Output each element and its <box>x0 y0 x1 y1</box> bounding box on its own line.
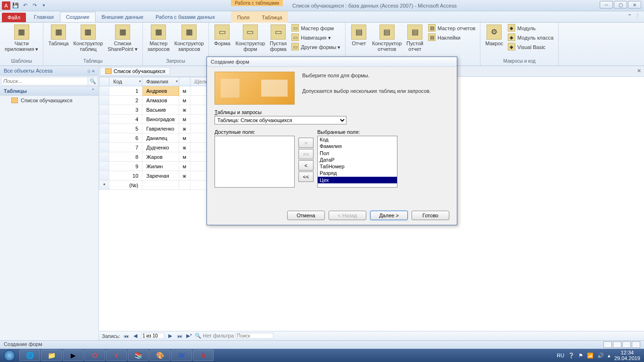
visual-basic-button[interactable]: ◆Visual Basic <box>506 42 555 52</box>
col-fam[interactable]: Фамилия▾ <box>142 77 179 86</box>
field-item[interactable]: Код <box>318 136 397 143</box>
taskbar-access[interactable]: A <box>193 350 214 361</box>
remove-all-button[interactable]: << <box>298 172 314 182</box>
col-dropdown-icon[interactable]: ▾ <box>176 79 178 83</box>
taskbar-yandex[interactable]: Y <box>106 350 127 361</box>
query-wizard-button[interactable]: ▦Мастер запросов <box>146 24 172 53</box>
field-item[interactable]: ДатаР <box>318 156 397 163</box>
recnav-new[interactable]: ▶* <box>185 333 193 339</box>
module-button[interactable]: ◆Модуль <box>506 24 555 33</box>
nav-item-table[interactable]: Список обучающихся <box>0 96 99 105</box>
tab-external[interactable]: Внешние данные <box>96 12 149 22</box>
recnav-next[interactable]: ▶ <box>166 333 174 339</box>
tab-file[interactable]: Файл <box>2 13 26 22</box>
navigation-button[interactable]: ▭Навигация ▾ <box>289 33 342 42</box>
remove-field-button[interactable]: < <box>298 160 314 171</box>
view-form-button[interactable] <box>632 341 640 348</box>
tab-create[interactable]: Создание <box>60 12 96 22</box>
available-fields-list[interactable] <box>215 136 295 188</box>
report-button[interactable]: ▤Отчет <box>348 24 369 47</box>
report-wizard-button[interactable]: ▤Мастер отчетов <box>426 24 477 33</box>
table-design-button[interactable]: ▦Конструктор таблиц <box>72 24 105 53</box>
maximize-button[interactable]: ▢ <box>614 1 627 8</box>
form-button[interactable]: ▭Форма <box>212 24 232 47</box>
field-item[interactable]: Разряд <box>318 170 397 176</box>
minimize-ribbon-icon[interactable]: ⌃ <box>627 13 632 19</box>
row-selector-header[interactable] <box>99 77 109 86</box>
sharepoint-lists-button[interactable]: ▦Списки SharePoint ▾ <box>106 24 139 53</box>
app-parts-button[interactable]: ▦Части приложения ▾ <box>3 24 40 53</box>
tab-database[interactable]: Работа с базами данных <box>149 12 221 22</box>
taskbar-paint[interactable]: 🎨 <box>149 350 170 361</box>
nav-group-tables[interactable]: Таблицы⌃ <box>0 86 99 96</box>
tray-volume-icon[interactable]: 🔊 <box>597 353 604 359</box>
col-partial[interactable] <box>179 77 190 86</box>
recnav-filter[interactable]: 🔍 Нет фильтра <box>195 333 234 339</box>
next-button[interactable]: Далее > <box>370 211 408 220</box>
table-button[interactable]: ▦Таблица <box>46 24 70 47</box>
blank-form-button[interactable]: ▭Пустая форма <box>268 24 289 53</box>
nav-dropdown-icon[interactable]: ☉ <box>87 69 91 74</box>
more-forms-button[interactable]: ▭Другие формы ▾ <box>289 42 342 52</box>
tab-home[interactable]: Главная <box>28 12 60 22</box>
field-item[interactable]: Цех <box>318 177 397 183</box>
recnav-search[interactable] <box>236 333 273 339</box>
recnav-first[interactable]: ⏮ <box>122 333 130 339</box>
redo-icon[interactable]: ↷ <box>30 1 39 10</box>
recnav-position[interactable] <box>141 333 165 339</box>
recnav-prev[interactable]: ◀ <box>132 333 139 339</box>
view-design-button[interactable] <box>613 341 621 348</box>
view-layout-button[interactable] <box>622 341 631 348</box>
taskbar-explorer[interactable]: 📁 <box>41 350 62 361</box>
view-datasheet-button[interactable] <box>603 341 612 348</box>
tray-flag-icon[interactable]: ⚑ <box>578 353 583 359</box>
taskbar-word[interactable]: W <box>171 350 192 361</box>
query-design-button[interactable]: ▦Конструктор запросов <box>173 24 206 53</box>
finish-button[interactable]: Готово <box>412 211 449 220</box>
taskbar-media[interactable]: ▶ <box>63 350 83 361</box>
close-button[interactable]: ✕ <box>628 1 641 8</box>
taskbar-ie[interactable]: 🌐 <box>19 350 40 361</box>
tray-up-icon[interactable]: ▴ <box>608 353 611 359</box>
tray-help-icon[interactable]: ❔ <box>568 353 575 359</box>
form-wizard-button[interactable]: ▭Мастер форм <box>289 24 342 33</box>
add-all-button[interactable]: >> <box>298 149 314 159</box>
recnav-last[interactable]: ⏭ <box>176 333 183 339</box>
back-button[interactable]: < Назад <box>329 211 366 220</box>
add-field-button[interactable]: > <box>298 138 314 148</box>
tray-network-icon[interactable]: 📶 <box>587 353 594 359</box>
field-item[interactable]: Пол <box>318 150 397 156</box>
nav-search-input[interactable] <box>1 77 88 85</box>
tables-queries-combo[interactable]: Таблица: Список обучающихся <box>215 116 347 124</box>
labels-button[interactable]: ▤Наклейки <box>426 33 477 42</box>
report-design-button[interactable]: ▤Конструктор отчетов <box>370 24 404 53</box>
table-design-icon: ▦ <box>81 25 96 40</box>
tray-lang[interactable]: RU <box>557 353 564 358</box>
cancel-button[interactable]: Отмена <box>287 211 325 220</box>
macro-button[interactable]: ⚙Макрос <box>483 24 505 47</box>
nav-collapse-icon[interactable]: « <box>92 68 95 74</box>
qat-dropdown-icon[interactable]: ▼ <box>40 1 48 10</box>
class-module-button[interactable]: ◆Модуль класса <box>506 33 555 42</box>
save-icon[interactable]: 💾 <box>11 1 20 10</box>
col-kod[interactable]: Код▾ <box>109 77 142 86</box>
selected-fields-list[interactable]: КодФамилияПолДатаРТабНомерРазрядЦех <box>317 136 397 188</box>
minimize-button[interactable]: ─ <box>600 1 613 8</box>
col-dropdown-icon[interactable]: ▾ <box>139 79 141 83</box>
object-tab[interactable]: Список обучающихся <box>100 67 170 75</box>
close-object-icon[interactable]: ✕ <box>637 68 641 74</box>
form-design-button[interactable]: ▭Конструктор форм <box>233 24 267 53</box>
start-button[interactable] <box>0 349 19 362</box>
tray-clock[interactable]: 12:3429.04.2019 <box>614 350 640 361</box>
taskbar-opera[interactable]: O <box>84 350 105 361</box>
tab-table[interactable]: Таблица <box>256 12 288 23</box>
help-icon[interactable]: ❔ <box>634 13 640 19</box>
nav-search-button[interactable]: 🔍 <box>88 77 98 85</box>
blank-report-button[interactable]: ▤Пустой отчет <box>405 24 425 53</box>
nav-header[interactable]: Все объекты Access ☉ « <box>0 66 99 76</box>
tab-fields[interactable]: Поля <box>231 12 256 23</box>
field-item[interactable]: ТабНомер <box>318 163 397 170</box>
undo-icon[interactable]: ↶ <box>21 1 29 10</box>
field-item[interactable]: Фамилия <box>318 143 397 149</box>
taskbar-winrar[interactable]: 📚 <box>128 350 149 361</box>
